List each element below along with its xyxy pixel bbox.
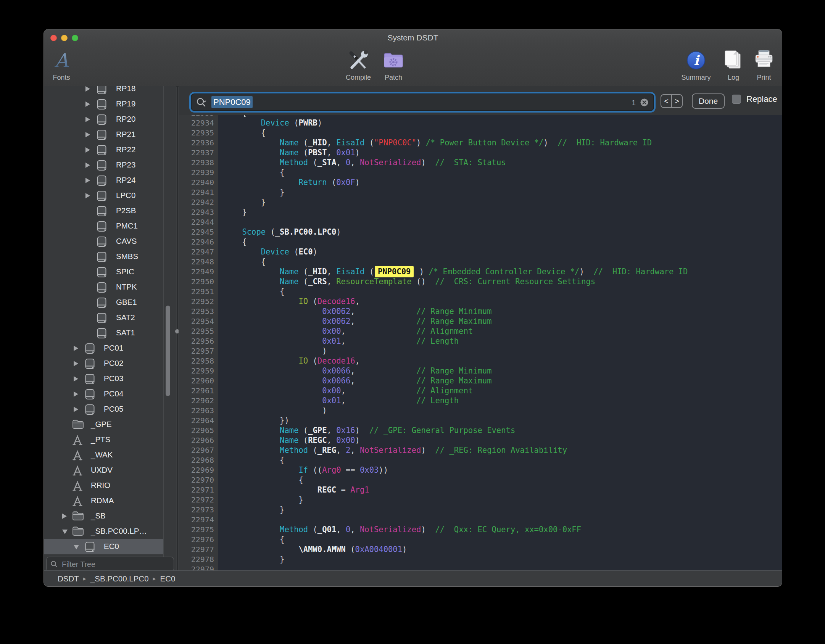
method-icon [72, 480, 84, 492]
search-input[interactable]: PNP0C09 1 [191, 93, 654, 111]
chevron-right-icon[interactable] [74, 407, 78, 412]
tree-item-CAVS[interactable]: CAVS [44, 234, 163, 249]
code-line: 22974 [179, 515, 782, 525]
chevron-right-icon[interactable] [85, 117, 90, 122]
breadcrumb-item[interactable]: DSDT [58, 574, 79, 583]
code-editor[interactable]: 22933 {22934 Device (PWRB)22935 {22936 N… [179, 115, 782, 571]
device-icon [97, 282, 108, 293]
tree-item-PC05[interactable]: PC05 [44, 402, 163, 417]
breadcrumb-item[interactable]: EC0 [160, 574, 176, 583]
line-number: 22942 [179, 197, 218, 207]
main-content: RP18RP19RP20RP21RP22RP23RP24LPC0P2SBPMC1… [44, 86, 782, 571]
find-previous-button[interactable]: < [661, 95, 672, 107]
line-number: 22969 [179, 465, 218, 475]
tree-item-label: _SB.PC00.LP… [91, 526, 147, 536]
tree-item-_PTS[interactable]: _PTS [44, 432, 163, 448]
tree-item-RP18[interactable]: RP18 [44, 86, 163, 97]
search-menu-icon[interactable] [196, 97, 209, 107]
tree-item-PC03[interactable]: PC03 [44, 371, 163, 386]
chevron-down-icon[interactable] [74, 545, 79, 549]
find-next-button[interactable]: > [672, 95, 682, 107]
tree-item-RP19[interactable]: RP19 [44, 97, 163, 112]
device-icon [97, 221, 108, 232]
tree-item-RP21[interactable]: RP21 [44, 127, 163, 142]
breadcrumb-item[interactable]: _SB.PC00.LPC0 [90, 574, 149, 583]
tree-item-RP20[interactable]: RP20 [44, 112, 163, 127]
tree-item-SAT2[interactable]: SAT2 [44, 310, 163, 325]
code-line: 22947 Device (EC0) [179, 247, 782, 257]
chevron-down-icon[interactable] [62, 530, 68, 534]
chevron-right-icon[interactable] [85, 163, 90, 168]
line-number: 22968 [179, 455, 218, 465]
filter-tree-input[interactable] [61, 560, 166, 569]
replace-checkbox[interactable] [732, 95, 741, 104]
toolbar-fonts-button[interactable]: A Fonts [44, 48, 84, 82]
line-number: 22951 [179, 287, 218, 296]
tree-item-P2SB[interactable]: P2SB [44, 203, 163, 219]
tree-item-PMC1[interactable]: PMC1 [44, 219, 163, 234]
tree-item-label: RP24 [116, 175, 135, 185]
line-number: 22935 [179, 128, 218, 138]
toolbar-print-button[interactable]: Print [741, 48, 782, 82]
tree-item-PC02[interactable]: PC02 [44, 356, 163, 371]
tree-item-UXDV[interactable]: UXDV [44, 463, 163, 478]
tree-item-label: PC01 [104, 343, 123, 353]
line-number: 22964 [179, 415, 218, 425]
chevron-right-icon[interactable] [85, 132, 90, 137]
code-line: 22975 Method (_Q01, 0, NotSerialized) //… [179, 525, 782, 535]
tree-item-SMBS[interactable]: SMBS [44, 249, 163, 264]
chevron-right-icon[interactable] [62, 514, 67, 519]
find-nav-group: < > [661, 94, 683, 108]
tree-item-SAT1[interactable]: SAT1 [44, 325, 163, 341]
line-number: 22941 [179, 187, 218, 197]
app-window: System DSDT A Fonts [44, 29, 782, 587]
line-number: 22961 [179, 386, 218, 396]
chevron-right-icon[interactable] [85, 178, 90, 183]
chevron-right-icon[interactable] [85, 101, 90, 107]
tree-item-label: GBE1 [116, 298, 137, 307]
tree-item-_WAK[interactable]: _WAK [44, 448, 163, 463]
code-line: 22948 { [179, 257, 782, 267]
tree-item-RDMA[interactable]: RDMA [44, 493, 163, 509]
tree-item-RP22[interactable]: RP22 [44, 142, 163, 158]
tree-item-_SBPC00LP[interactable]: _SB.PC00.LP… [44, 524, 163, 539]
tree-item-RP24[interactable]: RP24 [44, 173, 163, 188]
chevron-right-icon[interactable] [85, 86, 90, 92]
tree-item-SPIC[interactable]: SPIC [44, 264, 163, 280]
line-number: 22957 [179, 346, 218, 356]
done-button[interactable]: Done [692, 93, 725, 109]
line-number: 22939 [179, 167, 218, 177]
pane-divider[interactable] [177, 86, 178, 571]
tree-item-NTPK[interactable]: NTPK [44, 280, 163, 295]
tree-item-PC01[interactable]: PC01 [44, 341, 163, 356]
tree-item-RP23[interactable]: RP23 [44, 158, 163, 173]
code-line: 22954 0x0062, // Range Maximum [179, 316, 782, 326]
line-number: 22973 [179, 505, 218, 515]
chevron-right-icon[interactable] [74, 361, 78, 366]
code-line: 22967 Method (_REG, 2, NotSerialized) //… [179, 445, 782, 455]
device-icon [85, 374, 96, 385]
chevron-right-icon[interactable] [85, 193, 90, 198]
line-number: 22979 [179, 564, 218, 571]
code-line: 22971 REGC = Arg1 [179, 485, 782, 495]
tree-item-RRIO[interactable]: RRIO [44, 478, 163, 493]
tree-item-_GPE[interactable]: _GPE [44, 417, 163, 432]
toolbar-patch-button[interactable]: Patch [371, 48, 416, 82]
line-number: 22975 [179, 525, 218, 535]
line-number: 22937 [179, 148, 218, 158]
chevron-right-icon[interactable] [74, 346, 78, 351]
replace-control: Replace [732, 94, 777, 104]
chevron-right-icon[interactable] [85, 147, 90, 153]
code-line: 22961 0x00, // Alignment [179, 386, 782, 396]
chevron-right-icon[interactable] [74, 391, 78, 397]
tree-item-EC0[interactable]: EC0 [44, 539, 163, 554]
clear-search-icon[interactable] [640, 98, 649, 107]
tree-item-label: RP23 [116, 160, 135, 169]
sidebar-scrollbar-thumb[interactable] [166, 306, 170, 396]
tree-item-_SB[interactable]: _SB [44, 509, 163, 524]
svg-text:A: A [54, 50, 69, 71]
tree-item-PC04[interactable]: PC04 [44, 386, 163, 402]
chevron-right-icon[interactable] [74, 376, 78, 382]
tree-item-GBE1[interactable]: GBE1 [44, 295, 163, 310]
tree-item-LPC0[interactable]: LPC0 [44, 188, 163, 203]
